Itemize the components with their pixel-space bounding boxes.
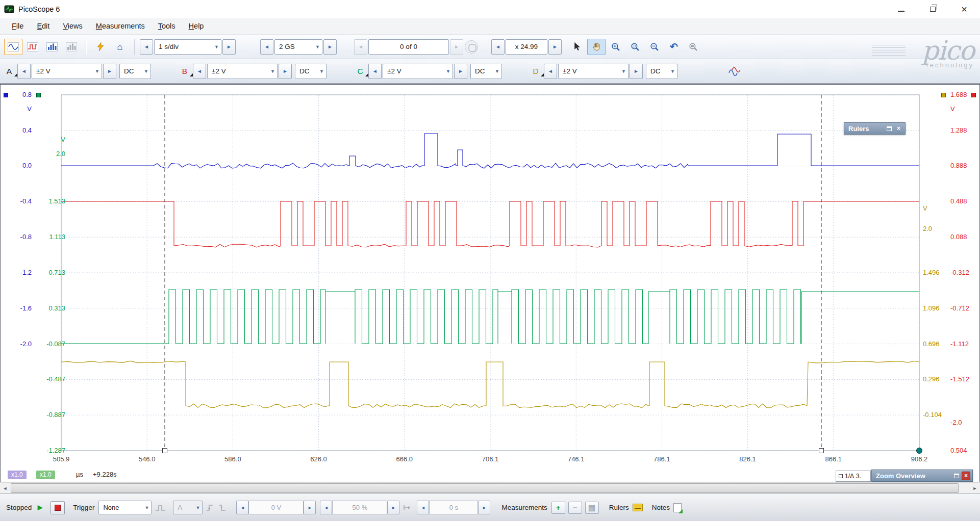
channel-C-range-increase-button[interactable]: ► [454, 64, 467, 79]
scroll-left-button[interactable]: ◄ [0, 483, 10, 494]
persistence-view-button[interactable] [23, 39, 42, 55]
measurements-label: Measurements [501, 504, 547, 511]
pretrigger-decrease-button[interactable]: ◄ [320, 501, 332, 514]
zoom-factor-field[interactable]: x 24.99 [506, 39, 547, 55]
buffer-previous-button[interactable]: ◄ [354, 39, 367, 55]
zoom-in-tool-button[interactable] [607, 39, 625, 55]
channel-C-range-select[interactable]: ±2 V▼ [383, 64, 453, 79]
menu-file[interactable]: File [5, 18, 30, 34]
scope-view-button[interactable] [4, 39, 22, 55]
samples-select[interactable]: 2 GS ▼ [274, 39, 322, 55]
samples-decrease-button[interactable]: ◄ [260, 39, 273, 55]
channel-B-range-increase-button[interactable]: ► [279, 64, 292, 79]
timebase-select[interactable]: 1 s/div ▼ [154, 39, 221, 55]
zoom-overview-close-button[interactable]: × [962, 472, 970, 480]
axis-marker-1[interactable] [4, 93, 8, 97]
trigger-level-decrease-button[interactable]: ◄ [236, 501, 248, 514]
menu-measurements[interactable]: Measurements [89, 18, 152, 34]
trigger-level-field[interactable]: 0 V [248, 501, 304, 514]
channel-C-range-decrease-button[interactable]: ◄ [368, 64, 382, 79]
channel-A-range-increase-button[interactable]: ► [103, 64, 116, 79]
hand-tool-button[interactable] [587, 39, 606, 55]
pointer-tool-button[interactable] [568, 39, 586, 55]
stop-button[interactable] [51, 501, 65, 514]
delete-measurement-button[interactable]: − [568, 502, 582, 514]
edit-measurement-button[interactable]: ▦ [585, 502, 599, 514]
menu-edit[interactable]: Edit [30, 18, 56, 34]
scrollbar-thumb[interactable] [11, 483, 959, 493]
restore-button[interactable] [917, 0, 948, 18]
pretrigger-field[interactable]: 50 % [332, 501, 387, 514]
channel-D-range-decrease-button[interactable]: ◄ [544, 64, 557, 79]
timebase-decrease-button[interactable]: ◄ [140, 39, 153, 55]
spectrum-view-button[interactable] [43, 39, 61, 55]
pretrigger-increase-button[interactable]: ► [387, 501, 399, 514]
add-measurement-button[interactable]: + [551, 502, 565, 514]
rulers-panel[interactable]: Rulers × [844, 122, 906, 135]
xy-view-button[interactable] [62, 39, 81, 55]
time-ruler-handle-2[interactable] [819, 449, 824, 453]
channel-B-coupling-select[interactable]: DC▼ [295, 64, 326, 79]
samples-increase-button[interactable]: ► [323, 39, 337, 55]
axis-scale-badge[interactable]: x1.0 [8, 471, 27, 479]
math-channels-button[interactable] [725, 63, 744, 80]
channel-D-label[interactable]: D [531, 67, 541, 76]
zoom-increase-button[interactable]: ► [548, 39, 562, 55]
menu-views[interactable]: Views [56, 18, 89, 34]
zoom-overview-popout-button[interactable] [952, 472, 961, 480]
rulers-panel-popout-button[interactable] [885, 124, 893, 133]
zoom-overview-panel[interactable]: Zoom Overview × [871, 470, 973, 482]
channel-B-range-decrease-button[interactable]: ◄ [193, 64, 206, 79]
start-button[interactable]: ► [36, 503, 44, 513]
menu-tools[interactable]: Tools [152, 18, 182, 34]
marquee-zoom-tool-button[interactable] [626, 39, 644, 55]
time-ruler-handle-1[interactable] [163, 449, 167, 453]
axis-marker-4[interactable] [971, 93, 976, 97]
axis-scale-badge[interactable]: x1.0 [36, 471, 55, 479]
minimize-button[interactable] [885, 0, 917, 18]
channel-A-coupling-select[interactable]: DC▼ [119, 64, 151, 79]
rising-edge-icon[interactable] [206, 504, 215, 512]
scroll-right-button[interactable]: ► [970, 483, 980, 494]
undo-zoom-button[interactable]: ↶ [665, 39, 683, 55]
home-button[interactable]: ⌂ [111, 39, 129, 55]
axis-marker-3[interactable] [941, 93, 946, 97]
notes-icon[interactable] [673, 503, 682, 512]
scope-view[interactable]: Rulers × 1/Δ 3. Zoom Overview × µs +9.22… [0, 84, 980, 482]
menu-help[interactable]: Help [182, 18, 211, 34]
channel-D-coupling-select[interactable]: DC▼ [646, 64, 677, 79]
horizontal-scrollbar[interactable]: ◄ ► [0, 482, 980, 493]
timebase-increase-button[interactable]: ► [222, 39, 236, 55]
ruler-legend[interactable]: 1/Δ 3. [836, 471, 871, 482]
falling-edge-icon[interactable] [218, 504, 227, 512]
axis-marker-2[interactable] [36, 93, 41, 97]
axis-marker-5[interactable] [916, 448, 922, 454]
buffer-navigator-button[interactable] [465, 40, 478, 54]
buffer-next-button[interactable]: ► [450, 39, 463, 55]
waveform-plot[interactable] [1, 85, 980, 482]
restore-icon [930, 7, 936, 12]
channel-A-label[interactable]: A [4, 67, 14, 76]
zoom-decrease-button[interactable]: ◄ [491, 39, 505, 55]
trigger-delay-decrease-button[interactable]: ◄ [417, 501, 429, 514]
zoom-full-button[interactable] [684, 39, 702, 55]
channel-A-range-select[interactable]: ±2 V▼ [32, 64, 102, 79]
rulers-icon[interactable] [633, 504, 643, 511]
channel-D-range-increase-button[interactable]: ► [630, 64, 643, 79]
rulers-panel-close-button[interactable]: × [894, 124, 903, 133]
channel-B-range-select[interactable]: ±2 V▼ [207, 64, 278, 79]
auto-setup-button[interactable] [91, 39, 110, 55]
channel-B-label[interactable]: B [180, 67, 190, 76]
channel-a-axis-label: -1.2 [4, 269, 32, 277]
trigger-delay-field[interactable]: 0 s [429, 501, 478, 514]
channel-D-range-select[interactable]: ±2 V▼ [558, 64, 629, 79]
trigger-source-select[interactable]: A ▼ [173, 501, 203, 514]
channel-A-range-decrease-button[interactable]: ◄ [17, 64, 31, 79]
channel-C-coupling-select[interactable]: DC▼ [470, 64, 502, 79]
trigger-mode-select[interactable]: None ▼ [98, 501, 152, 514]
trigger-delay-increase-button[interactable]: ► [478, 501, 490, 514]
zoom-out-tool-button[interactable] [645, 39, 664, 55]
close-button[interactable]: × [948, 0, 980, 18]
channel-C-label[interactable]: C [355, 67, 365, 76]
trigger-level-increase-button[interactable]: ► [304, 501, 316, 514]
